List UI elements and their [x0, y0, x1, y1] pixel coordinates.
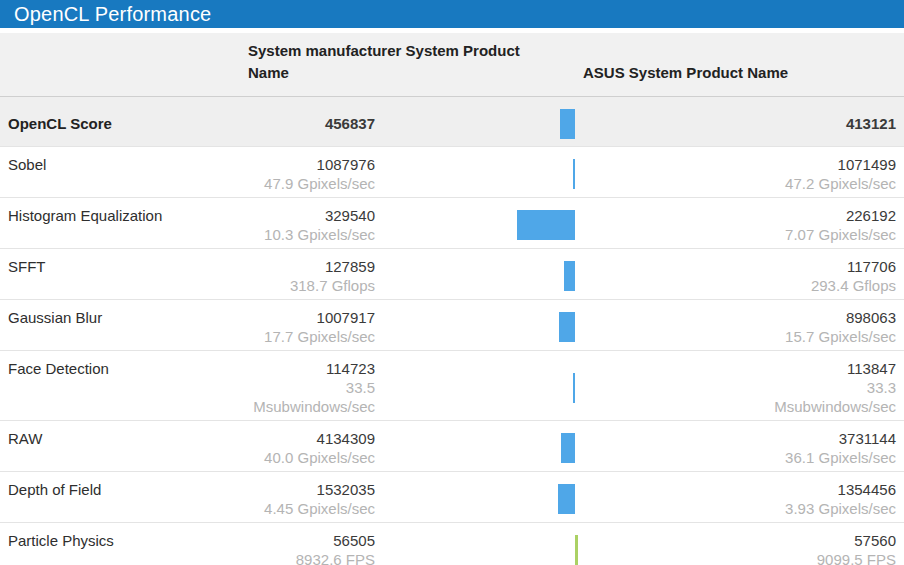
section-title: OpenCL Performance: [14, 3, 211, 26]
right-value: 3731144: [750, 429, 896, 448]
left-value: 1532035: [240, 480, 375, 499]
right-value: 1071499: [750, 155, 896, 174]
bar-cell: [380, 429, 640, 467]
benchmark-row-sobel: Sobel 1087976 47.9 Gpixels/sec 1071499 4…: [0, 147, 904, 198]
benchmark-label: Face Detection: [0, 359, 240, 416]
left-unit: 40.0 Gpixels/sec: [240, 448, 375, 467]
comparison-bar: [559, 312, 575, 342]
left-unit: 318.7 Gflops: [240, 276, 375, 295]
bar-cell: [380, 531, 640, 565]
benchmark-row-raw: RAW 4134309 40.0 Gpixels/sec 3731144 36.…: [0, 421, 904, 472]
left-score-value: 456837: [240, 114, 375, 133]
comparison-bar: [517, 210, 575, 240]
benchmark-label: RAW: [0, 429, 240, 467]
right-value: 117706: [750, 257, 896, 276]
benchmark-row-face-detection: Face Detection 114723 33.5 Msubwindows/s…: [0, 351, 904, 421]
benchmark-label: Gaussian Blur: [0, 308, 240, 346]
comparison-bar: [564, 261, 575, 291]
left-system-name: System manufacturer System Product Name: [248, 40, 540, 84]
benchmark-row-particle-physics: Particle Physics 56505 8932.6 FPS 57560 …: [0, 523, 904, 565]
section-title-bar: OpenCL Performance: [0, 0, 904, 28]
score-bar-cell: [380, 105, 640, 142]
benchmark-row-gaussian-blur: Gaussian Blur 1007917 17.7 Gpixels/sec 8…: [0, 300, 904, 351]
right-value: 226192: [750, 206, 896, 225]
benchmark-label: Particle Physics: [0, 531, 240, 565]
left-unit: 17.7 Gpixels/sec: [240, 327, 375, 346]
right-unit: 3.93 Gpixels/sec: [750, 499, 896, 518]
right-unit: 9099.5 FPS: [750, 550, 896, 565]
left-unit: 10.3 Gpixels/sec: [240, 225, 375, 244]
benchmark-label: SFFT: [0, 257, 240, 295]
table-header-row: System manufacturer System Product Name …: [0, 33, 904, 97]
score-label: OpenCL Score: [0, 114, 240, 133]
left-value: 1087976: [240, 155, 375, 174]
comparison-bar: [573, 373, 575, 403]
right-value: 898063: [750, 308, 896, 327]
score-comparison-bar: [560, 109, 575, 139]
left-unit: 47.9 Gpixels/sec: [240, 174, 375, 193]
bar-cell: [380, 308, 640, 346]
row-opencl-score: OpenCL Score 456837 413121: [0, 97, 904, 147]
left-value: 127859: [240, 257, 375, 276]
benchmark-label: Sobel: [0, 155, 240, 193]
right-value: 57560: [750, 531, 896, 550]
left-value: 56505: [240, 531, 375, 550]
column-header-right-system: ASUS System Product Name: [540, 62, 904, 96]
left-value: 1007917: [240, 308, 375, 327]
benchmark-label: Histogram Equalization: [0, 206, 240, 244]
comparison-bar: [558, 484, 575, 514]
left-value: 4134309: [240, 429, 375, 448]
benchmark-row-sfft: SFFT 127859 318.7 Gflops 117706 293.4 Gf…: [0, 249, 904, 300]
right-unit: 33.3 Msubwindows/sec: [750, 378, 896, 416]
bar-cell: [380, 359, 640, 416]
right-unit: 293.4 Gflops: [750, 276, 896, 295]
bar-cell: [380, 257, 640, 295]
column-header-left-system: System manufacturer System Product Name: [240, 40, 540, 96]
left-unit: 33.5 Msubwindows/sec: [240, 378, 375, 416]
bar-cell: [380, 480, 640, 518]
right-unit: 15.7 Gpixels/sec: [750, 327, 896, 346]
benchmark-row-histogram-equalization: Histogram Equalization 329540 10.3 Gpixe…: [0, 198, 904, 249]
comparison-bar: [575, 535, 578, 565]
right-unit: 36.1 Gpixels/sec: [750, 448, 896, 467]
benchmark-row-depth-of-field: Depth of Field 1532035 4.45 Gpixels/sec …: [0, 472, 904, 523]
left-value: 114723: [240, 359, 375, 378]
opencl-performance-panel: OpenCL Performance System manufacturer S…: [0, 0, 904, 565]
bar-cell: [380, 206, 640, 244]
bar-cell: [380, 155, 640, 193]
comparison-bar: [573, 159, 575, 189]
right-system-name: ASUS System Product Name: [583, 64, 788, 81]
benchmark-label: Depth of Field: [0, 480, 240, 518]
right-unit: 7.07 Gpixels/sec: [750, 225, 896, 244]
left-unit: 8932.6 FPS: [240, 550, 375, 565]
right-score-value: 413121: [750, 114, 896, 133]
right-unit: 47.2 Gpixels/sec: [750, 174, 896, 193]
right-value: 113847: [750, 359, 896, 378]
benchmark-comparison-table: System manufacturer System Product Name …: [0, 33, 904, 565]
right-value: 1354456: [750, 480, 896, 499]
left-unit: 4.45 Gpixels/sec: [240, 499, 375, 518]
comparison-bar: [561, 433, 575, 463]
left-value: 329540: [240, 206, 375, 225]
